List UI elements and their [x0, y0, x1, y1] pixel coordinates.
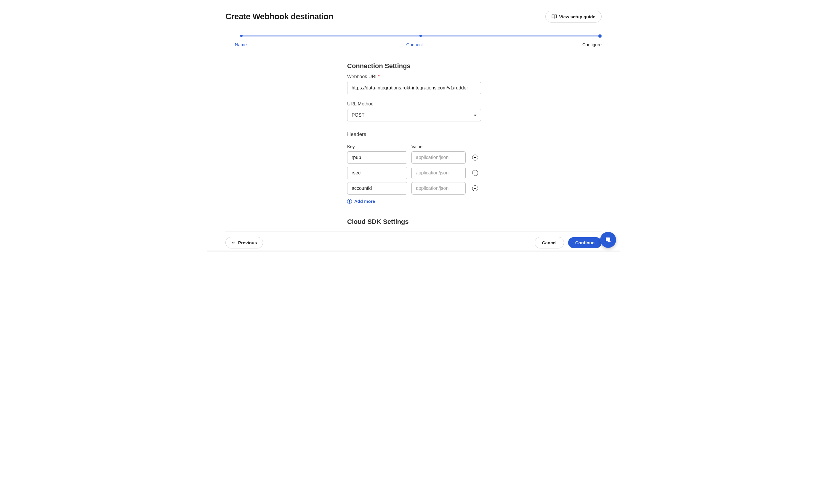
add-more-headers-button[interactable]: Add more	[347, 199, 375, 204]
book-icon	[551, 14, 557, 19]
webhook-url-label: Webhook URL*	[347, 74, 481, 80]
footer-divider	[226, 232, 601, 232]
cloud-sdk-settings-title: Cloud SDK Settings	[347, 218, 481, 225]
stepper-dot-connect[interactable]	[420, 35, 422, 37]
plus-circle-icon	[347, 199, 352, 204]
headers-key-label: Key	[347, 144, 407, 149]
header-value-input[interactable]	[411, 182, 466, 195]
chat-fab-button[interactable]	[600, 232, 616, 248]
bottom-shadow	[207, 250, 620, 252]
headers-value-label: Value	[411, 144, 466, 149]
url-method-select[interactable]: POST	[347, 109, 481, 121]
header-key-input[interactable]	[347, 167, 407, 179]
arrow-left-icon	[232, 241, 236, 245]
page-title: Create Webhook destination	[226, 12, 334, 21]
chevron-down-icon	[474, 115, 477, 116]
view-setup-guide-label: View setup guide	[559, 14, 595, 19]
header-value-input[interactable]	[411, 151, 466, 164]
stepper-label-connect[interactable]: Connect	[406, 42, 423, 47]
stepper-segment	[422, 36, 599, 37]
headers-title: Headers	[347, 132, 481, 137]
url-method-label: URL Method	[347, 101, 481, 107]
header-key-input[interactable]	[347, 151, 407, 164]
stepper-dot-name[interactable]	[240, 35, 243, 37]
header-value-input[interactable]	[411, 167, 466, 179]
cancel-button[interactable]: Cancel	[535, 237, 564, 248]
remove-header-button[interactable]	[472, 155, 478, 160]
header-divider	[226, 29, 601, 29]
header-key-input[interactable]	[347, 182, 407, 195]
remove-header-button[interactable]	[472, 170, 478, 176]
previous-button[interactable]: Previous	[226, 237, 263, 248]
stepper-segment	[243, 36, 420, 37]
webhook-url-input[interactable]	[347, 82, 481, 94]
header-row	[347, 182, 481, 195]
stepper: Name Connect Configure	[226, 34, 601, 47]
url-method-value: POST	[352, 112, 364, 118]
minus-icon	[474, 157, 476, 158]
stepper-label-configure[interactable]: Configure	[582, 42, 601, 47]
connection-settings-title: Connection Settings	[347, 62, 481, 70]
stepper-dot-configure[interactable]	[598, 34, 601, 38]
view-setup-guide-button[interactable]: View setup guide	[545, 11, 601, 22]
continue-button[interactable]: Continue	[568, 237, 601, 248]
minus-icon	[474, 172, 476, 173]
stepper-label-name[interactable]: Name	[235, 42, 247, 47]
add-more-label: Add more	[354, 199, 375, 204]
previous-label: Previous	[238, 240, 257, 245]
remove-header-button[interactable]	[472, 185, 478, 191]
header-row	[347, 167, 481, 179]
header-row	[347, 151, 481, 164]
chat-icon	[604, 236, 612, 243]
minus-icon	[474, 188, 476, 189]
